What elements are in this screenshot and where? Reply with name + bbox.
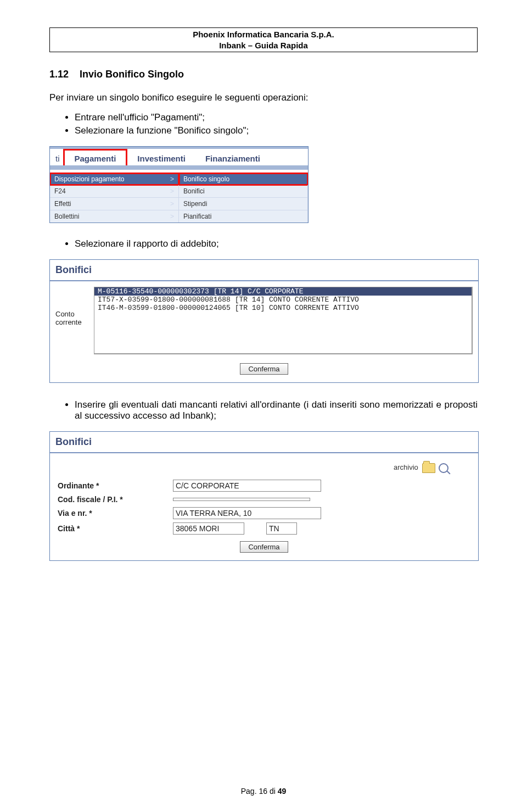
- menu-disposizioni[interactable]: Disposizioni pagamento >: [50, 173, 179, 185]
- chevron-right-icon: >: [170, 213, 174, 220]
- archivio-row: archivio: [58, 459, 470, 480]
- panel3-title: Bonifici: [50, 432, 478, 453]
- chevron-right-icon: >: [170, 187, 174, 195]
- menu-bollettini[interactable]: Bollettini >: [50, 210, 179, 223]
- cf-field[interactable]: [173, 498, 310, 501]
- menu-row-f24: F24 > Bonifici: [50, 185, 308, 198]
- chevron-right-icon: >: [170, 200, 174, 208]
- row-cf: Cod. fiscale / P.I. *: [58, 495, 470, 504]
- menu-pianificati[interactable]: Pianificati: [179, 210, 308, 223]
- conferma-button[interactable]: Conferma: [240, 363, 288, 375]
- tab-finanziamenti[interactable]: Finanziamenti: [195, 151, 270, 165]
- conto-corrente-list[interactable]: M-05116-35540-000000302373 [TR 14] C/C C…: [94, 287, 473, 354]
- chevron-right-icon: >: [170, 175, 174, 183]
- intro-text: Per inviare un singolo bonifico eseguire…: [49, 92, 478, 103]
- list-item[interactable]: IT57-X-03599-01800-000000081688 [TR 14] …: [94, 296, 472, 304]
- row-ordinante: Ordinante * C/C CORPORATE: [58, 480, 470, 492]
- ordinante-field[interactable]: C/C CORPORATE: [173, 480, 321, 492]
- tab-bar: ti Pagamenti Investimenti Finanziamenti: [50, 147, 308, 170]
- list-item[interactable]: M-05116-35540-000000302373 [TR 14] C/C C…: [94, 287, 472, 296]
- bullet-list-3: Inserire gli eventuali dati mancanti rel…: [49, 399, 478, 421]
- menu-f24[interactable]: F24 >: [50, 185, 179, 197]
- row-citta: Città * 38065 MORI TN: [58, 522, 470, 535]
- list-item[interactable]: IT46-M-03599-01800-000000124065 [TR 10] …: [94, 304, 472, 312]
- citta-prov-field[interactable]: TN: [266, 522, 297, 535]
- folder-icon[interactable]: [422, 463, 435, 473]
- label-cf: Cod. fiscale / P.I. *: [58, 495, 173, 504]
- menu-stipendi[interactable]: Stipendi: [179, 198, 308, 210]
- tab-investimenti[interactable]: Investimenti: [127, 151, 195, 165]
- screenshot-menu: ti Pagamenti Investimenti Finanziamenti …: [49, 146, 309, 223]
- header-line2: Inbank – Guida Rapida: [50, 40, 477, 51]
- menu-effetti[interactable]: Effetti >: [50, 198, 179, 210]
- bullet-ordinante: Inserire gli eventuali dati mancanti rel…: [75, 399, 478, 421]
- row-via: Via e nr. * VIA TERRA NERA, 10: [58, 507, 470, 519]
- citta-cap-field[interactable]: 38065 MORI: [173, 522, 244, 535]
- panel2-title: Bonifici: [50, 260, 478, 281]
- header-line1: Phoenix Informatica Bancaria S.p.A.: [50, 29, 477, 40]
- menu-row-bollettini: Bollettini > Pianificati: [50, 210, 308, 223]
- label-ordinante: Ordinante *: [58, 481, 173, 490]
- label-via: Via e nr. *: [58, 509, 173, 518]
- label-citta: Città *: [58, 524, 173, 533]
- page-footer: Pag. 16 di 49: [0, 787, 527, 796]
- section-heading: 1.12 Invio Bonifico Singolo: [49, 69, 478, 80]
- screenshot-conto: Bonifici Conto corrente M-05116-35540-00…: [49, 259, 479, 383]
- conferma-button[interactable]: Conferma: [240, 541, 288, 553]
- bullet-entrare: Entrare nell'ufficio "Pagamenti";: [75, 112, 478, 123]
- bullet-list-2: Selezionare il rapporto di addebito;: [49, 238, 478, 249]
- tab-pagamenti[interactable]: Pagamenti: [63, 149, 128, 165]
- bullet-selezionare: Selezionare la funzione "Bonifico singol…: [75, 125, 478, 136]
- bullet-list-1: Entrare nell'ufficio "Pagamenti"; Selezi…: [49, 112, 478, 136]
- doc-header: Phoenix Informatica Bancaria S.p.A. Inba…: [49, 27, 478, 52]
- menu-bonifici[interactable]: Bonifici: [179, 185, 308, 197]
- screenshot-ordinante: Bonifici archivio Ordinante * C/C CORPOR…: [49, 431, 479, 561]
- bullet-rapporto: Selezionare il rapporto di addebito;: [75, 238, 478, 249]
- conto-corrente-label: Conto corrente: [55, 287, 94, 354]
- search-icon[interactable]: [439, 463, 448, 473]
- archivio-label: archivio: [394, 463, 418, 471]
- section-number: 1.12: [49, 69, 69, 80]
- section-title: Invio Bonifico Singolo: [80, 69, 184, 80]
- menu-row-effetti: Effetti > Stipendi: [50, 198, 308, 210]
- tab-ti[interactable]: ti: [50, 151, 63, 165]
- via-field[interactable]: VIA TERRA NERA, 10: [173, 507, 321, 519]
- menu-row-dispo: Disposizioni pagamento > Bonifico singol…: [50, 173, 308, 185]
- menu-bonifico-singolo[interactable]: Bonifico singolo: [179, 173, 308, 185]
